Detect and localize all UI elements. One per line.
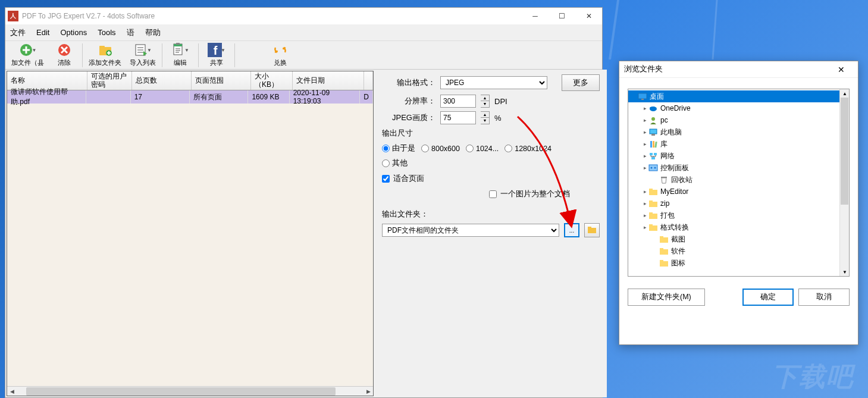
- tree-item-label: 回收站: [671, 175, 692, 185]
- tree-item-回收站[interactable]: 回收站: [628, 174, 849, 186]
- svg-rect-31: [649, 189, 653, 190]
- dialog-close-button[interactable]: ✕: [829, 65, 853, 74]
- fit-page-checkbox[interactable]: 适合页面: [382, 173, 600, 184]
- svg-rect-35: [649, 212, 653, 214]
- tree-expander-icon[interactable]: ▸: [641, 212, 648, 218]
- table-row[interactable]: 微讲师软件使用帮助.pdf 17 所有页面 1609 KB 2020-11-09…: [7, 90, 373, 104]
- import-list-button[interactable]: ▼ 导入列表: [127, 42, 158, 68]
- dialog-title-text: 浏览文件夹: [624, 64, 663, 74]
- cell-extra: D: [360, 90, 373, 104]
- tree-expander-icon[interactable]: ▸: [641, 105, 648, 111]
- open-folder-button[interactable]: [584, 223, 600, 237]
- svg-rect-43: [660, 260, 663, 262]
- add-folder-button[interactable]: 添加文件夹: [86, 42, 124, 68]
- scroll-down-icon[interactable]: ▼: [840, 268, 850, 276]
- tree-expander-icon[interactable]: ▸: [641, 224, 648, 230]
- new-folder-button[interactable]: 新建文件夹(M): [628, 289, 705, 306]
- tree-item-格式转换[interactable]: ▸格式转换: [628, 221, 849, 233]
- resolution-spinner[interactable]: ▲▼: [481, 95, 490, 108]
- radio-size-other[interactable]: 其他: [382, 158, 408, 168]
- tree-item-网络[interactable]: ▸网络: [628, 150, 849, 162]
- share-button[interactable]: f ▼ 共享: [202, 42, 231, 68]
- tree-expander-icon[interactable]: ▸: [641, 153, 648, 159]
- scroll-right-icon[interactable]: ▶: [364, 387, 373, 396]
- tree-expander-icon[interactable]: ▸: [641, 129, 648, 135]
- tree-item-OneDrive[interactable]: ▸OneDrive: [628, 102, 849, 114]
- network-icon: [648, 151, 658, 161]
- tree-item-打包[interactable]: ▸打包: [628, 209, 849, 221]
- jpeg-quality-input[interactable]: [440, 111, 476, 124]
- svg-rect-30: [649, 190, 657, 195]
- tree-item-软件[interactable]: 软件: [628, 245, 849, 257]
- svg-rect-8: [176, 43, 180, 45]
- scroll-thumb[interactable]: [26, 387, 336, 396]
- vertical-scrollbar[interactable]: ▲ ▼: [839, 89, 849, 276]
- menu-options[interactable]: Options: [60, 28, 87, 37]
- convert-icon: [273, 43, 287, 57]
- menu-language[interactable]: 语: [127, 27, 134, 38]
- radio-size-1024[interactable]: 1024...: [466, 145, 499, 153]
- tree-item-控制面板[interactable]: ▸控制面板: [628, 162, 849, 174]
- svg-rect-23: [650, 153, 653, 155]
- svg-rect-3: [99, 46, 105, 48]
- convert-button[interactable]: 兑换: [266, 42, 294, 68]
- svg-rect-29: [661, 177, 667, 178]
- horizontal-scrollbar[interactable]: ◀ ▶: [7, 386, 373, 396]
- edit-button[interactable]: ▼ 编辑: [166, 42, 195, 68]
- header-date[interactable]: 文件日期: [293, 71, 364, 90]
- cancel-button[interactable]: 取消: [798, 289, 850, 306]
- svg-rect-38: [660, 237, 668, 243]
- tree-item-label: OneDrive: [660, 104, 691, 112]
- menu-tools[interactable]: Tools: [98, 28, 115, 37]
- header-pages[interactable]: 总页数: [132, 71, 192, 90]
- radio-size-1280[interactable]: 1280x1024: [504, 145, 551, 153]
- tree-item-图标[interactable]: 图标: [628, 257, 849, 269]
- jpeg-quality-spinner[interactable]: ▲▼: [481, 111, 490, 124]
- clear-button[interactable]: 清除: [50, 42, 79, 68]
- radio-size-asis[interactable]: 由于是: [382, 143, 415, 153]
- minimize-button[interactable]: ─: [522, 8, 549, 24]
- tree-expander-icon[interactable]: ▸: [641, 189, 648, 195]
- tree-expander-icon[interactable]: ▸: [641, 117, 648, 123]
- ok-button[interactable]: 确定: [742, 289, 794, 306]
- menu-file[interactable]: 文件: [10, 27, 26, 38]
- tree-item-库[interactable]: ▸库: [628, 138, 849, 150]
- header-password[interactable]: 可选的用户密码: [87, 71, 132, 90]
- resolution-label: 分辨率：: [382, 96, 435, 106]
- import-list-icon: [134, 43, 148, 57]
- cell-size: 1609 KB: [248, 90, 289, 104]
- header-extra[interactable]: [364, 71, 373, 90]
- scroll-up-icon[interactable]: ▲: [840, 89, 850, 98]
- one-image-checkbox[interactable]: 一个图片为整个文档: [489, 189, 600, 199]
- menu-edit[interactable]: Edit: [36, 28, 49, 37]
- tree-item-MyEditor[interactable]: ▸MyEditor: [628, 186, 849, 198]
- tree-item-桌面[interactable]: 桌面: [628, 90, 849, 102]
- scroll-left-icon[interactable]: ◀: [7, 387, 17, 396]
- tree-item-此电脑[interactable]: ▸此电脑: [628, 126, 849, 138]
- share-label: 共享: [210, 58, 223, 67]
- header-range[interactable]: 页面范围: [192, 71, 251, 90]
- menu-help[interactable]: 帮助: [145, 27, 161, 38]
- library-icon: [648, 139, 658, 149]
- tree-expander-icon[interactable]: ▸: [641, 165, 648, 171]
- control-icon: [648, 163, 658, 173]
- svg-point-17: [651, 117, 655, 121]
- svg-rect-14: [641, 99, 644, 100]
- output-format-select[interactable]: JPEG: [440, 76, 547, 89]
- tree-expander-icon[interactable]: ▸: [641, 141, 648, 147]
- output-folder-select[interactable]: PDF文件相同的文件夹: [382, 224, 559, 237]
- maximize-button[interactable]: ☐: [549, 8, 575, 24]
- tree-expander-icon[interactable]: ▸: [641, 200, 648, 206]
- scroll-thumb[interactable]: [841, 98, 848, 205]
- more-button[interactable]: 更多: [562, 74, 600, 91]
- resolution-input[interactable]: [440, 95, 476, 108]
- tree-item-zip[interactable]: ▸zip: [628, 198, 849, 209]
- radio-size-800[interactable]: 800x600: [421, 145, 460, 153]
- header-size[interactable]: 大小（KB）: [251, 71, 293, 90]
- tree-item-截图[interactable]: 截图: [628, 233, 849, 245]
- close-button[interactable]: ✕: [575, 8, 602, 24]
- tree-item-pc[interactable]: ▸pc: [628, 114, 849, 126]
- add-file-button[interactable]: ▼ 加文件（县: [9, 42, 46, 68]
- browse-folder-button[interactable]: ...: [564, 223, 579, 237]
- add-file-icon: [19, 43, 33, 57]
